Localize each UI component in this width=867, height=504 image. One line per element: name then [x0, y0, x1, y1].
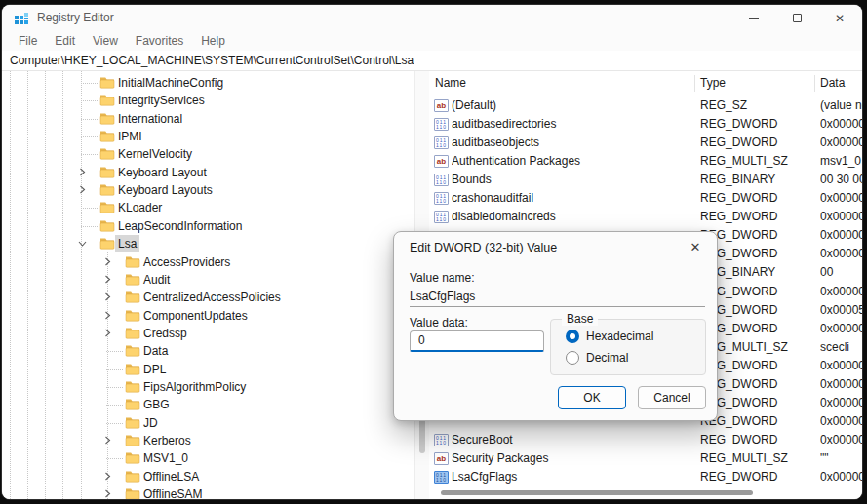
tree-item-initialmachineconfig[interactable]: InitialMachineConfig [2, 74, 414, 92]
tree-item-label: AccessProviders [140, 253, 233, 271]
registry-editor-icon [14, 11, 29, 26]
column-header-type[interactable]: Type [700, 71, 726, 95]
tree-item-kernelvelocity[interactable]: KernelVelocity [2, 145, 414, 163]
value-data-cell: 0x00000000 [820, 468, 862, 486]
tree-item-audit[interactable]: Audit [2, 271, 414, 289]
tree-item-componentupdates[interactable]: ComponentUpdates [2, 307, 414, 325]
tree-item-offlinesam[interactable]: OfflineSAM [2, 485, 414, 499]
value-row-default[interactable]: ab(Default)REG_SZ(value not set) [429, 97, 862, 115]
value-row-secureboot[interactable]: 011110SecureBootREG_DWORD0x00000000 [429, 431, 862, 449]
value-data-cell: 0x00000000 [820, 394, 862, 412]
tree-item-international[interactable]: International [2, 110, 414, 128]
tree-item-label: Keyboard Layouts [115, 181, 216, 199]
value-row-crashonauditfail[interactable]: 011110crashonauditfailREG_DWORD0x0000000… [429, 189, 862, 208]
column-separator[interactable] [694, 75, 695, 92]
value-data-cell: scecli [820, 338, 862, 357]
menu-view[interactable]: View [84, 31, 127, 51]
tree-item-kloader[interactable]: KLoader [2, 199, 414, 216]
horizontal-scrollbar-thumb[interactable] [441, 490, 753, 495]
dialog-close-icon[interactable]: ✕ [684, 238, 707, 257]
value-name-cell: LsaCfgFlags [452, 468, 693, 486]
value-type-cell: REG_MULTI_SZ [700, 449, 812, 468]
tree-item-data[interactable]: Data [2, 342, 414, 360]
folder-icon [99, 76, 115, 89]
tree-item-label: Lsa [115, 235, 139, 252]
value-type-cell: REG_DWORD [700, 468, 812, 486]
value-type-cell: REG_BINARY [700, 171, 812, 189]
radio-hexadecimal[interactable] [566, 330, 579, 343]
value-data-label: Value data: [410, 316, 468, 330]
value-row-auditbaseobjects[interactable]: 011110auditbaseobjectsREG_DWORD0x0000000… [429, 134, 862, 152]
value-row-bounds[interactable]: 011110BoundsREG_BINARY00 30 00 00 [429, 171, 862, 189]
tree-item-accessproviders[interactable]: AccessProviders [2, 253, 414, 271]
value-data-cell: 0x00000000 [820, 357, 862, 375]
value-data-cell: 0x00000000 [820, 189, 862, 208]
value-row-disabledomaincreds[interactable]: 011110disabledomaincredsREG_DWORD0x00000… [429, 208, 862, 226]
dword-value-icon-selected: 011110 [434, 471, 449, 484]
radio-hexadecimal-label: Hexadecimal [586, 330, 653, 344]
tree-item-lsa[interactable]: Lsa [2, 235, 414, 252]
tree-connector [106, 405, 123, 406]
folder-icon [99, 112, 115, 125]
folder-icon [125, 309, 140, 322]
maximize-icon [793, 14, 802, 22]
menu-file[interactable]: File [10, 31, 46, 51]
address-bar[interactable]: Computer\HKEY_LOCAL_MACHINE\SYSTEM\Curre… [2, 51, 862, 71]
value-data-cell: 0x00000000 [820, 431, 862, 449]
tree-item-jd[interactable]: JD [2, 414, 414, 432]
value-row-auditbasedirectories[interactable]: 011110auditbasedirectoriesREG_DWORD0x000… [429, 115, 862, 134]
column-separator[interactable] [814, 75, 815, 92]
tree-item-label: GBG [140, 396, 173, 413]
folder-icon [99, 237, 115, 250]
dword-value-icon: 011110 [434, 174, 449, 186]
column-header-name[interactable]: Name [435, 71, 466, 95]
tree-item-keyboard-layout[interactable]: Keyboard Layout [2, 164, 414, 181]
minimize-button[interactable] [732, 5, 775, 31]
folder-icon [125, 487, 140, 499]
cancel-button[interactable]: Cancel [638, 386, 706, 409]
close-button[interactable]: ✕ [818, 5, 861, 31]
menu-help[interactable]: Help [192, 31, 234, 51]
value-type-cell: REG_DWORD [700, 189, 812, 208]
tree-item-kerberos[interactable]: Kerberos [2, 432, 414, 449]
tree-item-label: OfflineLSA [140, 468, 202, 485]
tree-item-fipsalgorithmpolicy[interactable]: FipsAlgorithmPolicy [2, 378, 414, 396]
ok-button[interactable]: OK [558, 386, 626, 409]
chevron-right-icon [103, 311, 112, 320]
tree-item-label: Data [140, 342, 171, 360]
value-row-authentication-packages[interactable]: abAuthentication PackagesREG_MULTI_SZmsv… [429, 152, 862, 171]
value-data-cell: 0x00000000 [820, 412, 862, 431]
tree-item-label: JD [140, 414, 161, 432]
maximize-button[interactable] [775, 5, 818, 31]
tree-item-ipmi[interactable]: IPMI [2, 128, 414, 145]
tree-item-gbg[interactable]: GBG [2, 396, 414, 413]
value-row-security-packages[interactable]: abSecurity PackagesREG_MULTI_SZ"" [429, 449, 862, 468]
value-type-cell: REG_DWORD [700, 134, 812, 152]
menu-favorites[interactable]: Favorites [127, 31, 192, 51]
tree-item-leapsecondinformation[interactable]: LeapSecondInformation [2, 217, 414, 235]
tree-item-offlinelsa[interactable]: OfflineLSA [2, 468, 414, 485]
value-name-cell: crashonauditfail [452, 189, 693, 208]
value-row-lsacfgflags[interactable]: 011110LsaCfgFlagsREG_DWORD0x00000000 [429, 468, 862, 486]
chevron-right-icon [103, 472, 112, 481]
tree-connector [81, 154, 98, 155]
tree-connector [106, 387, 123, 388]
dword-value-icon: 011110 [434, 434, 449, 446]
tree-item-dpl[interactable]: DPL [2, 361, 414, 378]
radio-decimal[interactable] [566, 351, 579, 365]
folder-icon [125, 434, 140, 446]
tree-item-keyboard-layouts[interactable]: Keyboard Layouts [2, 181, 414, 199]
folder-icon [125, 344, 140, 357]
tree-item-msv1-0[interactable]: MSV1_0 [2, 449, 414, 467]
title-bar: Registry Editor ✕ [2, 5, 862, 31]
tree-item-integrityservices[interactable]: IntegrityServices [2, 92, 414, 109]
tree-item-centralizedaccesspolicies[interactable]: CentralizedAccessPolicies [2, 289, 414, 306]
column-header-data[interactable]: Data [820, 71, 845, 95]
value-data-input[interactable]: 0 [410, 330, 544, 352]
string-value-icon: ab [434, 452, 449, 465]
tree-item-credssp[interactable]: Credssp [2, 325, 414, 342]
menu-edit[interactable]: Edit [46, 31, 84, 51]
chevron-right-icon [78, 185, 87, 194]
tree-item-label: ComponentUpdates [140, 307, 251, 325]
value-name-cell: auditbaseobjects [452, 134, 693, 152]
